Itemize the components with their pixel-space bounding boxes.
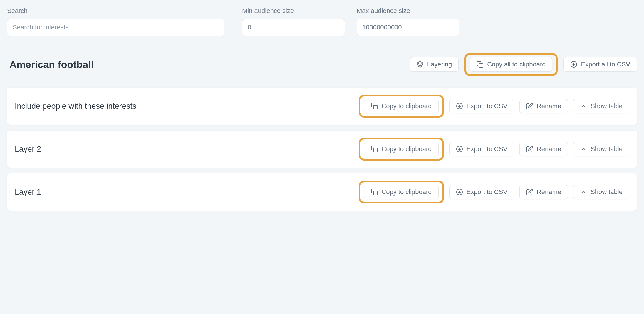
export-all-button[interactable]: Export all to CSV — [564, 57, 637, 72]
min-audience-label: Min audience size — [242, 7, 345, 15]
highlight-copy-all: Copy all to clipboard — [464, 53, 558, 76]
export-button[interactable]: Export to CSV — [449, 142, 514, 156]
highlight-copy: Copy to clipboard — [359, 181, 444, 203]
export-label: Export to CSV — [467, 188, 507, 196]
show-table-label: Show table — [591, 188, 623, 196]
download-icon — [456, 188, 463, 196]
export-label: Export to CSV — [467, 102, 507, 110]
rename-button[interactable]: Rename — [519, 99, 568, 113]
layers-icon — [417, 61, 424, 68]
copy-label: Copy to clipboard — [381, 188, 432, 196]
copy-icon — [371, 103, 378, 110]
layering-label: Layering — [427, 61, 452, 68]
layer-card: Layer 2 Copy to clipboard Export to CSV … — [7, 131, 637, 168]
download-icon — [570, 61, 577, 68]
highlight-copy: Copy to clipboard — [359, 95, 444, 118]
show-table-button[interactable]: Show table — [573, 142, 629, 156]
layer-card: Include people with these interests Copy… — [7, 88, 637, 125]
rename-button[interactable]: Rename — [519, 142, 568, 156]
show-table-label: Show table — [591, 102, 623, 110]
chevron-up-icon — [580, 188, 587, 196]
copy-button[interactable]: Copy to clipboard — [364, 142, 438, 156]
layer-actions: Copy to clipboard Export to CSV Rename S… — [359, 138, 629, 161]
export-all-label: Export all to CSV — [581, 61, 630, 68]
title-row: American football Layering Copy all to c… — [7, 53, 637, 76]
show-table-label: Show table — [591, 145, 623, 153]
show-table-button[interactable]: Show table — [573, 99, 629, 113]
export-button[interactable]: Export to CSV — [449, 99, 514, 113]
layer-title: Include people with these interests — [15, 102, 353, 111]
layer-actions: Copy to clipboard Export to CSV Rename S… — [359, 95, 629, 118]
copy-label: Copy to clipboard — [381, 102, 432, 110]
search-field: Search — [7, 7, 224, 36]
copy-all-button[interactable]: Copy all to clipboard — [470, 57, 552, 72]
max-audience-label: Max audience size — [357, 7, 459, 15]
copy-label: Copy to clipboard — [381, 145, 432, 153]
top-actions: Layering Copy all to clipboard Export al… — [410, 53, 637, 76]
edit-icon — [526, 188, 533, 196]
layers-list: Include people with these interests Copy… — [7, 88, 637, 211]
edit-icon — [526, 146, 533, 153]
min-audience-field: Min audience size — [242, 7, 345, 36]
search-label: Search — [7, 7, 224, 15]
search-input[interactable] — [7, 19, 224, 36]
layer-title: Layer 2 — [15, 145, 353, 154]
rename-label: Rename — [537, 145, 561, 153]
copy-button[interactable]: Copy to clipboard — [364, 185, 438, 199]
copy-icon — [477, 61, 484, 68]
export-button[interactable]: Export to CSV — [449, 185, 514, 199]
copy-button[interactable]: Copy to clipboard — [364, 99, 438, 113]
download-icon — [456, 103, 463, 110]
page-title: American football — [9, 59, 403, 70]
min-audience-input[interactable] — [242, 19, 345, 36]
rename-label: Rename — [537, 102, 561, 110]
show-table-button[interactable]: Show table — [573, 185, 629, 199]
layer-title: Layer 1 — [15, 188, 353, 197]
max-audience-input[interactable] — [357, 19, 459, 36]
chevron-up-icon — [580, 146, 587, 153]
edit-icon — [526, 103, 533, 110]
rename-button[interactable]: Rename — [519, 185, 568, 199]
chevron-up-icon — [580, 103, 587, 110]
layer-actions: Copy to clipboard Export to CSV Rename S… — [359, 181, 629, 203]
copy-all-label: Copy all to clipboard — [487, 61, 546, 68]
export-label: Export to CSV — [467, 145, 507, 153]
copy-icon — [371, 188, 378, 196]
filters-row: Search Min audience size Max audience si… — [7, 7, 637, 36]
max-audience-field: Max audience size — [357, 7, 459, 36]
download-icon — [456, 146, 463, 153]
layer-card: Layer 1 Copy to clipboard Export to CSV … — [7, 173, 637, 211]
rename-label: Rename — [537, 188, 561, 196]
highlight-copy: Copy to clipboard — [359, 138, 444, 161]
layering-button[interactable]: Layering — [410, 57, 459, 72]
copy-icon — [371, 146, 378, 153]
